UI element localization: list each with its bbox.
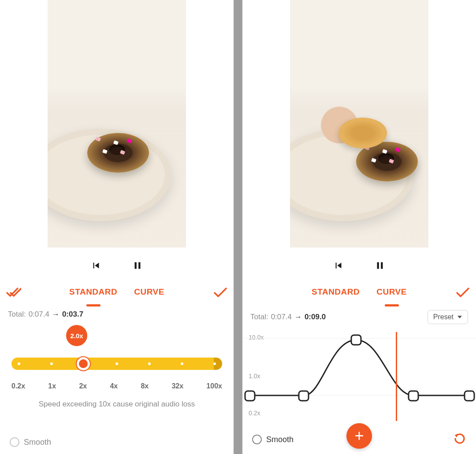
radio-icon xyxy=(10,437,19,447)
tick-label: 4x xyxy=(110,382,118,390)
curve-path xyxy=(249,340,470,395)
transport-controls xyxy=(0,252,234,279)
svg-rect-2 xyxy=(245,391,255,401)
svg-rect-6 xyxy=(465,391,474,401)
undo-icon xyxy=(453,432,466,445)
bottom-row: Smooth xyxy=(242,432,476,447)
smooth-label: Smooth xyxy=(24,438,51,447)
tab-curve[interactable]: CURVE xyxy=(134,287,164,299)
total-label: Total: xyxy=(8,310,26,319)
curve-svg xyxy=(242,332,476,426)
slider-thumb[interactable] xyxy=(77,357,90,370)
total-in: 0:07.4 xyxy=(29,310,49,319)
duration-readout: Total: 0:07.4 → 0:03.7 xyxy=(0,307,234,325)
speed-mode-tabbar: STANDARD CURVE xyxy=(242,279,476,307)
tab-standard[interactable]: STANDARD xyxy=(312,287,360,299)
confirm-button[interactable] xyxy=(213,287,227,300)
preset-dropdown[interactable]: Preset xyxy=(428,310,468,324)
confirm-button[interactable] xyxy=(456,287,470,300)
apply-all-button[interactable] xyxy=(6,286,21,300)
speed-curve-chart[interactable]: 10.0x 1.0x 0.2x xyxy=(242,332,476,426)
tab-standard[interactable]: STANDARD xyxy=(69,287,117,299)
arrow-icon: → xyxy=(52,310,60,319)
total-label: Total: xyxy=(250,313,268,321)
preview-image xyxy=(290,0,428,247)
preset-label: Preset xyxy=(433,313,454,321)
pause-icon xyxy=(132,260,143,271)
pause-button[interactable] xyxy=(130,258,145,273)
speed-mode-tabbar: STANDARD CURVE xyxy=(0,279,234,307)
tick-label: 2x xyxy=(79,382,87,390)
tick-label: 8x xyxy=(141,382,149,390)
tab-curve[interactable]: CURVE xyxy=(376,287,407,299)
skip-previous-button[interactable] xyxy=(89,258,103,273)
check-icon xyxy=(213,287,227,298)
total-in: 0:07.4 xyxy=(271,313,292,321)
slider-tick-labels: 0.2x 1x 2x 4x 8x 32x 100x xyxy=(0,382,234,390)
skip-previous-icon xyxy=(90,260,102,271)
tick-label: 100x xyxy=(206,382,222,390)
tick-label: 0.2x xyxy=(11,382,25,390)
undo-button[interactable] xyxy=(453,432,466,447)
video-preview[interactable] xyxy=(242,0,476,252)
caret-down-icon xyxy=(457,315,462,319)
video-preview[interactable] xyxy=(0,0,234,252)
arrow-icon: → xyxy=(294,313,302,321)
svg-rect-5 xyxy=(409,391,418,401)
phone-right: STANDARD CURVE Total: 0:07.4 → 0:09.0 Pr… xyxy=(242,0,476,454)
slider-track[interactable] xyxy=(11,358,222,370)
tick-label: 32x xyxy=(171,382,183,390)
curve-handles xyxy=(245,335,474,401)
smooth-toggle[interactable]: Smooth xyxy=(10,437,51,447)
skip-previous-button[interactable] xyxy=(331,258,346,273)
speed-slider[interactable]: 2.0x xyxy=(0,325,234,374)
transport-controls xyxy=(242,252,476,279)
pause-icon xyxy=(374,260,386,271)
total-out: 0:03.7 xyxy=(62,310,83,319)
smooth-label: Smooth xyxy=(266,435,294,444)
speed-badge: 2.0x xyxy=(66,325,87,346)
preview-image xyxy=(48,0,186,247)
radio-icon xyxy=(252,435,262,444)
skip-previous-icon xyxy=(333,260,344,271)
svg-rect-4 xyxy=(351,335,361,345)
playhead[interactable] xyxy=(396,332,397,421)
check-icon xyxy=(456,287,470,298)
speed-warning: Speed exceeding 10x cause original audio… xyxy=(0,400,234,409)
tick-label: 1x xyxy=(48,382,56,390)
duration-readout: Total: 0:07.4 → 0:09.0 Preset xyxy=(242,307,476,330)
pause-button[interactable] xyxy=(373,258,387,273)
phone-left: STANDARD CURVE Total: 0:07.4 → 0:03.7 2.… xyxy=(0,0,234,454)
smooth-toggle[interactable]: Smooth xyxy=(252,435,294,444)
divider xyxy=(234,0,242,454)
bottom-row: Smooth xyxy=(0,437,234,447)
total-out: 0:09.0 xyxy=(305,313,326,321)
double-check-icon xyxy=(6,286,21,299)
svg-rect-3 xyxy=(299,391,309,401)
